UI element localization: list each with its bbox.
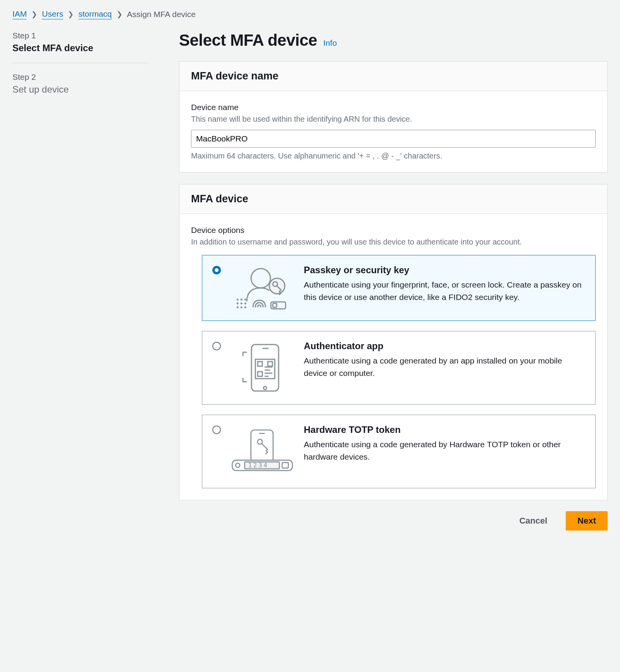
breadcrumb-user[interactable]: stormacq xyxy=(78,9,112,19)
step-number: Step 2 xyxy=(12,72,148,82)
authenticator-app-icon xyxy=(229,341,295,395)
svg-point-11 xyxy=(245,307,246,308)
svg-point-27 xyxy=(257,439,262,445)
device-name-hint: Maximum 64 characters. Use alphanumeric … xyxy=(191,152,596,160)
breadcrumb: IAM ❯ Users ❯ stormacq ❯ Assign MFA devi… xyxy=(12,9,608,19)
passkey-icon xyxy=(229,265,295,311)
breadcrumb-users[interactable]: Users xyxy=(42,9,63,19)
step-title: Select MFA device xyxy=(12,43,148,53)
svg-point-7 xyxy=(241,303,243,305)
step-number: Step 1 xyxy=(12,31,148,40)
option-hardware-token[interactable]: 1234 Hardware TOTP token Authenticate us… xyxy=(202,415,596,488)
svg-point-9 xyxy=(237,307,239,308)
panel-mfa-device: MFA device Device options In addition to… xyxy=(179,184,608,500)
device-name-input[interactable] xyxy=(191,130,596,148)
svg-rect-20 xyxy=(258,372,262,376)
svg-point-10 xyxy=(241,307,243,308)
svg-point-5 xyxy=(245,299,246,301)
option-description: Authenticate using a code generated by H… xyxy=(304,438,585,463)
svg-text:1234: 1234 xyxy=(248,462,269,469)
wizard-steps: Step 1 Select MFA device Step 2 Set up d… xyxy=(12,31,148,546)
wizard-step-1[interactable]: Step 1 Select MFA device xyxy=(12,31,148,63)
svg-point-16 xyxy=(264,386,267,389)
option-title: Authenticator app xyxy=(304,341,585,352)
chevron-right-icon: ❯ xyxy=(68,10,74,19)
footer-actions: Cancel Next xyxy=(179,500,608,546)
device-name-description: This name will be used within the identi… xyxy=(191,114,596,124)
info-link[interactable]: Info xyxy=(323,38,337,47)
panel-header: MFA device name xyxy=(179,62,607,91)
chevron-right-icon: ❯ xyxy=(117,10,122,19)
page-title: Select MFA device xyxy=(179,31,317,49)
svg-rect-25 xyxy=(251,430,273,462)
option-title: Hardware TOTP token xyxy=(304,424,585,435)
svg-rect-19 xyxy=(268,362,272,366)
option-passkey[interactable]: Passkey or security key Authenticate usi… xyxy=(202,255,596,321)
next-button[interactable]: Next xyxy=(566,511,608,531)
option-authenticator-app[interactable]: Authenticator app Authenticate using a c… xyxy=(202,331,596,405)
radio-button[interactable] xyxy=(212,426,221,434)
breadcrumb-current: Assign MFA device xyxy=(127,10,196,19)
option-title: Passkey or security key xyxy=(304,265,585,276)
panel-header: MFA device xyxy=(179,184,607,214)
hardware-token-icon: 1234 xyxy=(229,424,295,479)
radio-button[interactable] xyxy=(212,342,221,350)
breadcrumb-iam[interactable]: IAM xyxy=(12,9,27,19)
device-options-description: In addition to username and password, yo… xyxy=(191,236,596,247)
svg-rect-18 xyxy=(258,362,262,366)
step-title: Set up device xyxy=(12,84,148,95)
radio-button[interactable] xyxy=(212,266,221,274)
svg-point-0 xyxy=(251,269,270,288)
wizard-step-2[interactable]: Step 2 Set up device xyxy=(12,72,148,104)
option-description: Authenticate using your fingerprint, fac… xyxy=(304,279,585,303)
chevron-right-icon: ❯ xyxy=(31,10,37,19)
device-options-label: Device options xyxy=(191,226,596,235)
svg-point-8 xyxy=(245,303,246,305)
device-name-label: Device name xyxy=(191,103,596,112)
option-description: Authenticate using a code generated by a… xyxy=(304,355,585,379)
divider xyxy=(12,63,148,63)
svg-point-3 xyxy=(237,299,239,301)
svg-rect-13 xyxy=(273,303,277,307)
cancel-button[interactable]: Cancel xyxy=(508,511,559,531)
main-content: Select MFA device Info MFA device name D… xyxy=(179,31,608,546)
panel-device-name: MFA device name Device name This name wi… xyxy=(179,61,608,172)
svg-point-4 xyxy=(241,299,243,301)
svg-point-6 xyxy=(237,303,239,305)
